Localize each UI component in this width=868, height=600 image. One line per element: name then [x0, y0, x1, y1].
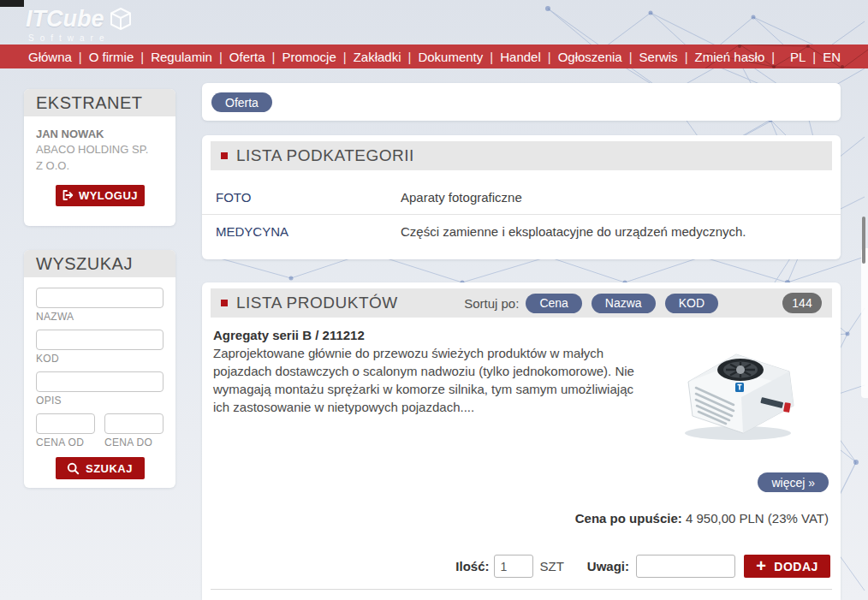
nav-item-glowna[interactable]: Główna [28, 50, 72, 64]
bullet-icon [221, 300, 228, 306]
corner-strip [0, 0, 24, 7]
main-navbar: Główna| O firmie| Regulamin| Oferta| Pro… [0, 45, 868, 68]
nav-separator: | [140, 50, 144, 64]
nav-separator: | [629, 50, 633, 64]
products-count-badge: 144 [782, 293, 822, 313]
product-divider [211, 589, 832, 590]
price-line: Cena po upuście: 4 950,00 PLN (23% VAT) [575, 511, 829, 526]
search-desc-input[interactable] [36, 371, 163, 392]
extranet-header: EKSTRANET [24, 89, 175, 116]
sort-button-nazwa[interactable]: Nazwa [592, 294, 656, 313]
search-name-input[interactable] [36, 288, 163, 308]
search-header: WYSZUKAJ [24, 250, 175, 277]
breadcrumb-oferta[interactable]: Oferta [211, 92, 272, 112]
subcategories-panel: LISTA PODKATEGORII FOTO Aparaty fotograf… [202, 135, 841, 259]
add-to-cart-row: Ilość: SZT Uwagi: + DODAJ [455, 555, 830, 578]
add-to-cart-button[interactable]: + DODAJ [744, 555, 830, 578]
unit-label: SZT [539, 559, 563, 573]
nav-separator: | [408, 50, 412, 64]
user-name: JAN NOWAK [36, 128, 163, 140]
nav-item-zakladki[interactable]: Zakładki [354, 50, 401, 64]
subcategory-description: Części zamienne i eksploatacyjne do urzą… [401, 224, 746, 239]
sort-button-kod[interactable]: KOD [665, 294, 718, 313]
search-icon [67, 462, 80, 475]
search-code-label: KOD [36, 353, 163, 365]
cube-icon [108, 6, 134, 32]
scrollbar-thumb[interactable] [862, 217, 865, 264]
logo: ITCube Software [26, 6, 134, 43]
price-from-input[interactable] [36, 413, 95, 434]
nav-separator: | [812, 50, 816, 64]
extranet-title: EKSTRANET [36, 93, 143, 113]
price-label: Cena po upuście: [575, 511, 682, 526]
search-title: WYSZUKAJ [36, 254, 133, 274]
lang-en[interactable]: EN [823, 50, 841, 64]
nav-item-o-firmie[interactable]: O firmie [89, 50, 134, 64]
nav-separator: | [685, 50, 688, 64]
price-value: 4 950,00 PLN (23% VAT) [686, 511, 829, 526]
search-desc-label: OPIS [36, 395, 163, 407]
products-panel: LISTA PRODUKTÓW Sortuj po: Cena Nazwa KO… [202, 282, 841, 600]
subcategories-title: LISTA PODKATEGORII [236, 146, 414, 165]
subcategory-link-medycyna[interactable]: MEDYCYNA [216, 224, 401, 239]
price-from-label: CENA OD [36, 437, 95, 449]
nav-item-oferta[interactable]: Oferta [229, 50, 265, 64]
page: ITCube Software Główna| [0, 0, 868, 600]
subcategories-header: LISTA PODKATEGORII [211, 141, 832, 170]
search-panel: WYSZUKAJ NAZWA KOD OPIS CENA OD [24, 250, 175, 488]
quantity-input[interactable] [494, 555, 533, 578]
products-header: LISTA PRODUKTÓW Sortuj po: Cena Nazwa KO… [211, 288, 832, 318]
more-button[interactable]: więcej » [758, 472, 829, 492]
search-submit-label: SZUKAJ [86, 462, 133, 475]
search-name-label: NAZWA [36, 311, 163, 323]
product-title: Agregaty serii B / 211212 [213, 328, 365, 342]
user-company: ABACO HOLDING SP. Z O.O. [36, 142, 156, 175]
header: ITCube Software [0, 0, 868, 45]
logo-title: ITCube [26, 8, 104, 31]
nav-separator: | [343, 50, 347, 64]
sort-area: Sortuj po: Cena Nazwa KOD 144 [464, 293, 822, 313]
nav-item-ogloszenia[interactable]: Ogłoszenia [558, 50, 622, 64]
subcategory-row: FOTO Aparaty fotograficzne [202, 180, 841, 214]
plus-icon: + [756, 557, 766, 574]
subcategories-list: FOTO Aparaty fotograficzne MEDYCYNA Częś… [202, 180, 841, 248]
notes-input[interactable] [636, 555, 735, 578]
breadcrumb-panel: Oferta [202, 83, 841, 121]
sort-button-cena[interactable]: Cena [526, 294, 581, 313]
language-switcher: PL| EN [790, 45, 841, 68]
nav-separator: | [771, 50, 775, 64]
logo-subtitle: Software [26, 33, 134, 43]
product-image[interactable] [673, 334, 803, 445]
search-form: NAZWA KOD OPIS CENA OD CENA DO [24, 277, 175, 479]
logout-label: WYLOGUJ [79, 189, 138, 202]
products-title: LISTA PRODUKTÓW [236, 294, 398, 312]
nav-separator: | [219, 50, 223, 64]
nav-item-promocje[interactable]: Promocje [282, 50, 336, 64]
price-to-input[interactable] [104, 413, 163, 434]
nav-item-serwis[interactable]: Serwis [639, 50, 678, 64]
nav-item-dokumenty[interactable]: Dokumenty [418, 50, 483, 64]
price-to-label: CENA DO [104, 437, 163, 449]
subcategory-link-foto[interactable]: FOTO [216, 190, 401, 205]
subcategory-row: MEDYCYNA Części zamienne i eksploatacyjn… [202, 214, 841, 248]
nav-item-handel[interactable]: Handel [500, 50, 541, 64]
nav-item-regulamin[interactable]: Regulamin [151, 50, 212, 64]
logout-button[interactable]: WYLOGUJ [56, 185, 145, 206]
quantity-label: Ilość: [455, 559, 489, 573]
subcategory-description: Aparaty fotograficzne [401, 190, 522, 205]
nav-item-zmien-haslo[interactable]: Zmień hasło [695, 50, 765, 64]
nav-separator: | [490, 50, 493, 64]
sort-label: Sortuj po: [464, 296, 519, 311]
add-button-label: DODAJ [774, 560, 818, 573]
lang-pl[interactable]: PL [790, 50, 806, 64]
extranet-panel: EKSTRANET JAN NOWAK ABACO HOLDING SP. Z … [24, 89, 175, 226]
bullet-icon [221, 152, 228, 159]
nav-separator: | [79, 50, 82, 64]
logout-icon [62, 189, 74, 201]
search-code-input[interactable] [36, 330, 163, 350]
nav-items: Główna| O firmie| Regulamin| Oferta| Pro… [0, 50, 782, 64]
scrollbar-track[interactable] [861, 248, 868, 398]
nav-separator: | [271, 50, 275, 64]
search-submit-button[interactable]: SZUKAJ [56, 457, 145, 479]
nav-separator: | [548, 50, 551, 64]
